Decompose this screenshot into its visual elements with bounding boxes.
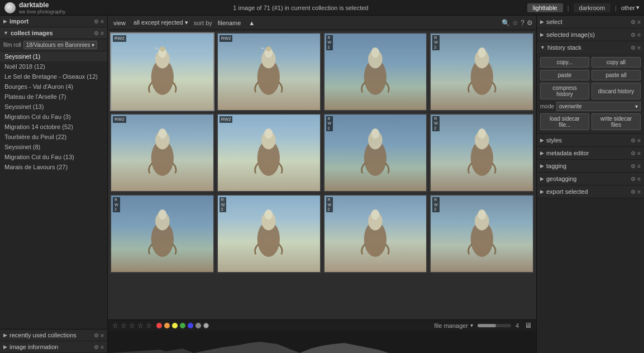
geotagging-list-icon[interactable]: ≡ bbox=[637, 176, 641, 182]
image-cell[interactable]: RW2 bbox=[110, 194, 214, 273]
selected-images-settings-icon[interactable]: ⚙ bbox=[631, 32, 636, 38]
collection-item[interactable]: Bourges - Val d'Auron (4) bbox=[0, 82, 107, 92]
copy-btn[interactable]: copy... bbox=[540, 57, 589, 68]
color-gray-dot[interactable] bbox=[195, 323, 201, 328]
collection-item[interactable]: Le Sel de Bretagne - Oiseaux (12) bbox=[0, 71, 107, 82]
color-clear-dot[interactable] bbox=[203, 323, 209, 328]
gear-icon[interactable]: ⚙ bbox=[527, 19, 533, 27]
metadata-settings-icon[interactable]: ⚙ bbox=[631, 150, 636, 156]
tagging-settings-icon[interactable]: ⚙ bbox=[631, 163, 636, 169]
metadata-editor-section[interactable]: ▶ metadata editor ⚙ ≡ bbox=[537, 147, 644, 160]
color-red-dot[interactable] bbox=[156, 323, 162, 328]
monitor-icon[interactable]: 🖥 bbox=[524, 321, 532, 330]
image-info-settings-icon[interactable]: ⚙ bbox=[94, 344, 99, 350]
image-cell[interactable]: RW2 bbox=[323, 194, 428, 273]
sort-dir-btn[interactable]: ▲ bbox=[246, 19, 257, 27]
export-settings-icon[interactable]: ⚙ bbox=[631, 189, 636, 195]
compress-btn[interactable]: compress history bbox=[540, 83, 589, 99]
metadata-list-icon[interactable]: ≡ bbox=[637, 150, 641, 156]
geotagging-settings-icon[interactable]: ⚙ bbox=[631, 176, 636, 182]
svg-point-10 bbox=[371, 47, 380, 58]
import-section[interactable]: ▶ import ⚙ ≡ bbox=[0, 16, 107, 27]
collection-item[interactable]: Plateau de l'Arselle (7) bbox=[0, 92, 107, 102]
load-sidecar-btn[interactable]: load sidecar file... bbox=[540, 113, 589, 130]
star-icon[interactable]: ☆ bbox=[512, 19, 518, 27]
export-list-icon[interactable]: ≡ bbox=[637, 189, 641, 195]
collection-item[interactable]: Seyssinet (13) bbox=[0, 102, 107, 112]
geotagging-section[interactable]: ▶ geotagging ⚙ ≡ bbox=[537, 173, 644, 185]
export-selected-section[interactable]: ▶ export selected ⚙ ≡ bbox=[537, 185, 644, 198]
import-list-icon[interactable]: ≡ bbox=[101, 18, 104, 25]
history-settings-icon[interactable]: ⚙ bbox=[631, 45, 636, 51]
image-cell[interactable]: RW2 bbox=[217, 113, 321, 192]
tagging-list-icon[interactable]: ≡ bbox=[637, 163, 641, 169]
image-information-section[interactable]: ▶ image information ⚙ ≡ bbox=[0, 341, 107, 353]
styles-list-icon[interactable]: ≡ bbox=[637, 137, 641, 144]
image-info-list-icon[interactable]: ≡ bbox=[101, 344, 104, 350]
nav-darkroom[interactable]: darkroom bbox=[574, 3, 610, 12]
selected-images-header[interactable]: ▶ selected image(s) ⚙ ≡ bbox=[537, 28, 644, 41]
copy-all-btn[interactable]: copy all bbox=[591, 57, 641, 68]
filter-btn[interactable]: all except rejected ▾ bbox=[131, 18, 190, 27]
image-cell[interactable]: RW2 bbox=[323, 113, 428, 192]
import-settings-icon[interactable]: ⚙ bbox=[94, 18, 99, 25]
recently-used-list-icon[interactable]: ≡ bbox=[101, 332, 104, 338]
select-settings-icon[interactable]: ⚙ bbox=[631, 19, 636, 25]
status-text: 1 image of 71 (#1) in current collection… bbox=[74, 4, 527, 11]
history-stack-header[interactable]: ▼ history stack ⚙ ≡ bbox=[537, 41, 644, 54]
collect-settings-icon[interactable]: ⚙ bbox=[94, 30, 99, 36]
sort-value-btn[interactable]: filename bbox=[216, 19, 244, 27]
collect-list-icon[interactable]: ≡ bbox=[101, 30, 104, 36]
color-orange-dot[interactable] bbox=[164, 323, 170, 328]
image-cell[interactable]: RW2 bbox=[430, 194, 534, 273]
collection-item[interactable]: Tourbière du Peuil (22) bbox=[0, 132, 107, 142]
select-header[interactable]: ▶ select ⚙ ≡ bbox=[537, 16, 644, 28]
selected-images-list-icon[interactable]: ≡ bbox=[637, 32, 641, 38]
color-blue-dot[interactable] bbox=[188, 323, 193, 328]
collection-item[interactable]: Migration Col du Fau (3) bbox=[0, 112, 107, 122]
collection-item[interactable]: Seyssinet (8) bbox=[0, 142, 107, 152]
file-manager-btn[interactable]: ▾ bbox=[470, 322, 473, 328]
paste-all-btn[interactable]: paste all bbox=[591, 70, 641, 80]
collection-item[interactable]: Noël 2018 (12) bbox=[0, 61, 107, 71]
recently-used-settings-icon[interactable]: ⚙ bbox=[94, 332, 99, 338]
paste-btn[interactable]: paste bbox=[540, 70, 589, 80]
color-yellow-dot[interactable] bbox=[172, 323, 178, 328]
write-sidecar-btn[interactable]: write sidecar files bbox=[591, 113, 641, 130]
collection-item[interactable]: Migration Col du Fau (13) bbox=[0, 152, 107, 162]
top-bar: darktable we love photography 1 image of… bbox=[0, 0, 644, 16]
star-3[interactable]: ☆ bbox=[129, 322, 135, 330]
styles-settings-icon[interactable]: ⚙ bbox=[631, 137, 636, 144]
image-cell[interactable]: RW2 bbox=[217, 194, 321, 273]
recently-used-collections-section[interactable]: ▶ recently used collections ⚙ ≡ bbox=[0, 330, 107, 341]
image-grid-area[interactable]: RW2 bbox=[108, 30, 536, 319]
nav-other[interactable]: other ▾ bbox=[621, 4, 640, 11]
star-5[interactable]: ☆ bbox=[146, 322, 152, 330]
color-green-dot[interactable] bbox=[180, 323, 185, 328]
styles-label: styles bbox=[546, 137, 562, 144]
tagging-section[interactable]: ▶ tagging ⚙ ≡ bbox=[537, 160, 644, 173]
image-cell[interactable]: RW2 bbox=[323, 32, 428, 111]
history-list-icon[interactable]: ≡ bbox=[637, 45, 641, 51]
collection-item[interactable]: Migration 14 octobre (52) bbox=[0, 122, 107, 132]
star-1[interactable]: ☆ bbox=[112, 322, 118, 330]
star-4[interactable]: ☆ bbox=[137, 322, 144, 330]
search-icon[interactable]: 🔍 bbox=[502, 19, 510, 27]
collection-item[interactable]: Marais de Lavours (27) bbox=[0, 162, 107, 172]
film-roll-dropdown[interactable]: 18/Vautours en Baronnies ▾ bbox=[23, 41, 97, 49]
styles-section[interactable]: ▶ styles ⚙ ≡ bbox=[537, 134, 644, 147]
image-cell[interactable]: RW2 bbox=[217, 32, 321, 111]
star-2[interactable]: ☆ bbox=[121, 322, 127, 330]
view-btn[interactable]: view bbox=[111, 19, 128, 27]
image-cell[interactable]: RW2 bbox=[110, 113, 214, 192]
image-cell[interactable]: RW2 bbox=[430, 32, 534, 111]
select-list-icon[interactable]: ≡ bbox=[637, 19, 641, 25]
image-cell[interactable]: RW2 bbox=[430, 113, 534, 192]
image-cell[interactable]: RW2 bbox=[110, 32, 214, 111]
discard-btn[interactable]: discard history bbox=[591, 83, 641, 99]
mode-dropdown[interactable]: overwrite ▾ bbox=[556, 102, 641, 111]
nav-lighttable[interactable]: lighttable bbox=[527, 3, 563, 12]
collect-images-header[interactable]: ▼ collect images ⚙ ≡ bbox=[0, 27, 107, 39]
help-icon[interactable]: ? bbox=[521, 19, 524, 27]
collection-item[interactable]: Seyssinet (1) bbox=[0, 51, 107, 61]
